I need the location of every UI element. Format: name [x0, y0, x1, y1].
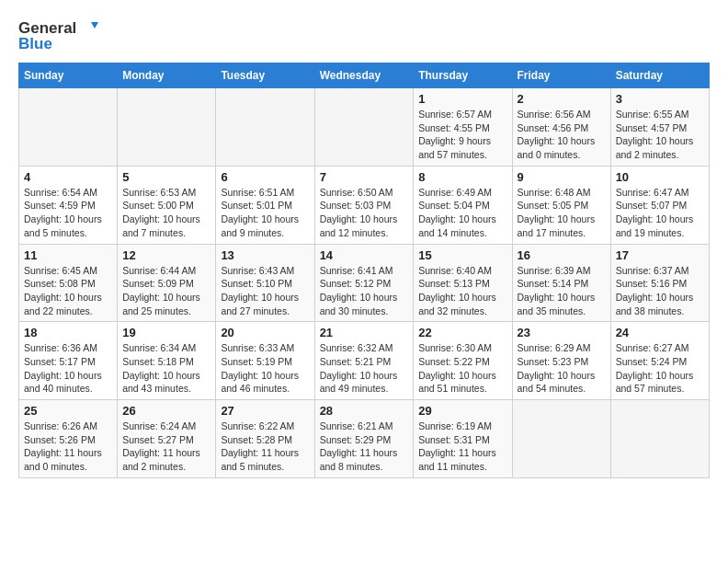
calendar-cell: 1Sunrise: 6:57 AM Sunset: 4:55 PM Daylig… — [414, 88, 512, 167]
day-number: 20 — [221, 326, 309, 339]
calendar-cell: 26Sunrise: 6:24 AM Sunset: 5:27 PM Dayli… — [118, 400, 216, 478]
calendar-cell: 9Sunrise: 6:48 AM Sunset: 5:05 PM Daylig… — [512, 166, 610, 244]
logo: General Blue — [18, 18, 98, 53]
day-info: Sunrise: 6:22 AM Sunset: 5:28 PM Dayligh… — [221, 419, 309, 474]
week-row-1: 1Sunrise: 6:57 AM Sunset: 4:55 PM Daylig… — [19, 88, 710, 167]
week-row-5: 25Sunrise: 6:26 AM Sunset: 5:26 PM Dayli… — [19, 400, 710, 478]
col-header-friday: Friday — [512, 63, 610, 88]
logo-blue: Blue — [18, 35, 52, 53]
day-number: 21 — [320, 326, 409, 339]
day-number: 10 — [616, 170, 704, 184]
day-number: 17 — [616, 248, 704, 262]
day-number: 15 — [418, 248, 506, 262]
day-info: Sunrise: 6:36 AM Sunset: 5:17 PM Dayligh… — [24, 341, 112, 396]
day-info: Sunrise: 6:33 AM Sunset: 5:19 PM Dayligh… — [221, 341, 309, 396]
week-row-3: 11Sunrise: 6:45 AM Sunset: 5:08 PM Dayli… — [19, 244, 710, 322]
day-info: Sunrise: 6:41 AM Sunset: 5:12 PM Dayligh… — [320, 264, 409, 318]
day-number: 19 — [122, 326, 210, 339]
day-info: Sunrise: 6:50 AM Sunset: 5:03 PM Dayligh… — [320, 186, 409, 240]
calendar-cell: 21Sunrise: 6:32 AM Sunset: 5:21 PM Dayli… — [314, 322, 414, 400]
col-header-wednesday: Wednesday — [314, 63, 414, 88]
day-info: Sunrise: 6:43 AM Sunset: 5:10 PM Dayligh… — [221, 264, 309, 318]
page-header: General Blue — [18, 18, 710, 53]
col-header-sunday: Sunday — [19, 63, 118, 88]
day-info: Sunrise: 6:45 AM Sunset: 5:08 PM Dayligh… — [24, 264, 112, 318]
calendar-cell: 25Sunrise: 6:26 AM Sunset: 5:26 PM Dayli… — [19, 400, 118, 478]
calendar-cell: 27Sunrise: 6:22 AM Sunset: 5:28 PM Dayli… — [216, 400, 314, 478]
col-header-saturday: Saturday — [610, 63, 709, 88]
day-info: Sunrise: 6:39 AM Sunset: 5:14 PM Dayligh… — [518, 264, 606, 318]
day-info: Sunrise: 6:34 AM Sunset: 5:18 PM Dayligh… — [122, 341, 210, 396]
day-number: 2 — [518, 92, 606, 106]
day-info: Sunrise: 6:21 AM Sunset: 5:29 PM Dayligh… — [320, 419, 409, 474]
day-number: 22 — [418, 326, 506, 339]
calendar-cell: 7Sunrise: 6:50 AM Sunset: 5:03 PM Daylig… — [314, 166, 414, 244]
day-number: 9 — [518, 170, 606, 184]
calendar-cell: 22Sunrise: 6:30 AM Sunset: 5:22 PM Dayli… — [414, 322, 512, 400]
days-header-row: SundayMondayTuesdayWednesdayThursdayFrid… — [19, 63, 710, 88]
day-info: Sunrise: 6:53 AM Sunset: 5:00 PM Dayligh… — [122, 186, 210, 240]
calendar-cell: 11Sunrise: 6:45 AM Sunset: 5:08 PM Dayli… — [19, 244, 118, 322]
calendar-cell: 18Sunrise: 6:36 AM Sunset: 5:17 PM Dayli… — [19, 322, 118, 400]
calendar-cell — [314, 88, 414, 167]
day-info: Sunrise: 6:24 AM Sunset: 5:27 PM Dayligh… — [122, 419, 210, 474]
calendar-cell: 10Sunrise: 6:47 AM Sunset: 5:07 PM Dayli… — [610, 166, 709, 244]
day-number: 4 — [24, 170, 112, 184]
day-number: 16 — [518, 248, 606, 262]
calendar-cell: 29Sunrise: 6:19 AM Sunset: 5:31 PM Dayli… — [414, 400, 512, 478]
calendar-cell: 17Sunrise: 6:37 AM Sunset: 5:16 PM Dayli… — [610, 244, 709, 322]
calendar-cell: 8Sunrise: 6:49 AM Sunset: 5:04 PM Daylig… — [414, 166, 512, 244]
calendar-cell: 13Sunrise: 6:43 AM Sunset: 5:10 PM Dayli… — [216, 244, 314, 322]
day-number: 25 — [24, 404, 112, 418]
day-info: Sunrise: 6:48 AM Sunset: 5:05 PM Dayligh… — [518, 186, 606, 240]
col-header-tuesday: Tuesday — [216, 63, 314, 88]
day-info: Sunrise: 6:32 AM Sunset: 5:21 PM Dayligh… — [320, 341, 409, 396]
week-row-4: 18Sunrise: 6:36 AM Sunset: 5:17 PM Dayli… — [19, 322, 710, 400]
day-info: Sunrise: 6:29 AM Sunset: 5:23 PM Dayligh… — [518, 341, 606, 396]
calendar-cell: 5Sunrise: 6:53 AM Sunset: 5:00 PM Daylig… — [118, 166, 216, 244]
day-number: 1 — [418, 92, 506, 106]
day-number: 23 — [518, 326, 606, 339]
day-number: 18 — [24, 326, 112, 339]
col-header-monday: Monday — [118, 63, 216, 88]
calendar-table: SundayMondayTuesdayWednesdayThursdayFrid… — [18, 63, 710, 478]
day-info: Sunrise: 6:44 AM Sunset: 5:09 PM Dayligh… — [122, 264, 210, 318]
week-row-2: 4Sunrise: 6:54 AM Sunset: 4:59 PM Daylig… — [19, 166, 710, 244]
calendar-cell: 12Sunrise: 6:44 AM Sunset: 5:09 PM Dayli… — [118, 244, 216, 322]
day-number: 29 — [418, 404, 506, 418]
day-number: 7 — [320, 170, 409, 184]
day-info: Sunrise: 6:37 AM Sunset: 5:16 PM Dayligh… — [616, 264, 704, 318]
day-number: 13 — [221, 248, 309, 262]
calendar-cell — [216, 88, 314, 167]
calendar-cell: 3Sunrise: 6:55 AM Sunset: 4:57 PM Daylig… — [610, 88, 709, 167]
day-info: Sunrise: 6:19 AM Sunset: 5:31 PM Dayligh… — [418, 419, 506, 474]
day-info: Sunrise: 6:51 AM Sunset: 5:01 PM Dayligh… — [221, 186, 309, 240]
day-info: Sunrise: 6:57 AM Sunset: 4:55 PM Dayligh… — [418, 108, 506, 162]
day-number: 28 — [320, 404, 409, 418]
day-info: Sunrise: 6:55 AM Sunset: 4:57 PM Dayligh… — [616, 108, 704, 162]
day-info: Sunrise: 6:27 AM Sunset: 5:24 PM Dayligh… — [616, 341, 704, 396]
col-header-thursday: Thursday — [414, 63, 512, 88]
calendar-cell: 14Sunrise: 6:41 AM Sunset: 5:12 PM Dayli… — [314, 244, 414, 322]
calendar-cell: 2Sunrise: 6:56 AM Sunset: 4:56 PM Daylig… — [512, 88, 610, 167]
logo-container: General Blue — [18, 18, 98, 53]
calendar-cell: 28Sunrise: 6:21 AM Sunset: 5:29 PM Dayli… — [314, 400, 414, 478]
calendar-cell: 20Sunrise: 6:33 AM Sunset: 5:19 PM Dayli… — [216, 322, 314, 400]
day-number: 8 — [418, 170, 506, 184]
calendar-cell: 23Sunrise: 6:29 AM Sunset: 5:23 PM Dayli… — [512, 322, 610, 400]
svg-marker-0 — [91, 22, 98, 29]
day-info: Sunrise: 6:49 AM Sunset: 5:04 PM Dayligh… — [418, 186, 506, 240]
day-info: Sunrise: 6:40 AM Sunset: 5:13 PM Dayligh… — [418, 264, 506, 318]
day-info: Sunrise: 6:56 AM Sunset: 4:56 PM Dayligh… — [518, 108, 606, 162]
calendar-cell — [610, 400, 709, 478]
calendar-cell: 16Sunrise: 6:39 AM Sunset: 5:14 PM Dayli… — [512, 244, 610, 322]
day-number: 26 — [122, 404, 210, 418]
day-number: 6 — [221, 170, 309, 184]
calendar-cell: 19Sunrise: 6:34 AM Sunset: 5:18 PM Dayli… — [118, 322, 216, 400]
day-number: 24 — [616, 326, 704, 339]
day-number: 27 — [221, 404, 309, 418]
day-number: 11 — [24, 248, 112, 262]
calendar-cell: 24Sunrise: 6:27 AM Sunset: 5:24 PM Dayli… — [610, 322, 709, 400]
day-number: 14 — [320, 248, 409, 262]
day-info: Sunrise: 6:26 AM Sunset: 5:26 PM Dayligh… — [24, 419, 112, 474]
